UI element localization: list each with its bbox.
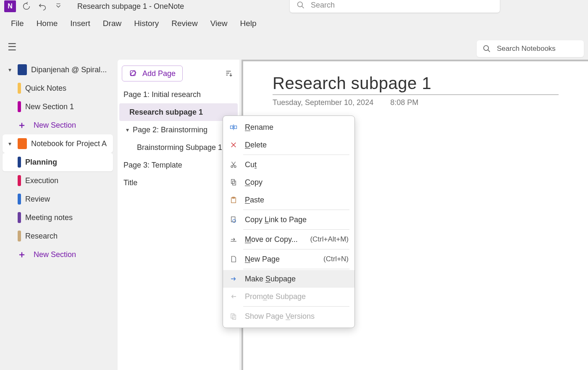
section-label: Planning — [25, 158, 110, 167]
svg-point-1 — [298, 2, 303, 7]
page-item[interactable]: ▾ Page 2: Brainstorming — [119, 121, 238, 139]
add-page-label: Add Page — [142, 69, 176, 78]
section-item-research[interactable]: Research — [3, 227, 113, 245]
page-item-label: Page 2: Brainstorming — [133, 126, 207, 134]
undo-button[interactable] — [37, 1, 48, 12]
cut-icon — [229, 160, 238, 169]
svg-rect-7 — [234, 126, 237, 129]
new-section-button[interactable]: ＋ New Section — [3, 245, 113, 264]
page-time[interactable]: 8:08 PM — [390, 98, 418, 107]
section-label: Review — [25, 195, 110, 204]
section-item-quick-notes[interactable]: Quick Notes — [3, 79, 113, 97]
ctx-label: Delete — [245, 141, 349, 150]
ctx-cut[interactable]: Cut — [223, 156, 354, 173]
section-item-new-section-1[interactable]: New Section 1 — [3, 97, 113, 116]
ctx-label: New Page — [245, 255, 317, 264]
section-color-bar — [18, 157, 21, 168]
svg-rect-6 — [231, 126, 233, 129]
page-title-area: Research subpage 1 Tuesday, September 10… — [243, 61, 588, 107]
ctx-label: Copy Link to Page — [245, 215, 349, 224]
section-item-execution[interactable]: Execution — [3, 171, 113, 190]
section-item-meeting-notes[interactable]: Meeting notes — [3, 208, 113, 227]
sort-icon — [224, 69, 233, 78]
title-underline — [273, 94, 559, 95]
menu-draw[interactable]: Draw — [103, 19, 121, 28]
menubar: File Home Insert Draw History Review Vie… — [0, 13, 588, 34]
ctx-copy[interactable]: Copy — [223, 173, 354, 191]
section-color-bar — [18, 231, 21, 241]
section-color-bar — [18, 101, 21, 112]
menu-view[interactable]: View — [210, 19, 228, 28]
new-section-label: New Section — [34, 250, 76, 259]
ctx-make-subpage[interactable]: Make Subpage — [223, 270, 354, 288]
chevron-down-icon: ▾ — [6, 140, 13, 147]
ctx-label: Rename — [245, 123, 349, 132]
new-page-icon — [229, 255, 238, 264]
svg-line-2 — [302, 6, 304, 8]
ctx-label: Copy — [245, 178, 349, 187]
menu-home[interactable]: Home — [37, 19, 58, 28]
section-item-planning[interactable]: Planning — [3, 153, 113, 171]
section-color-bar — [18, 212, 21, 223]
section-color-bar — [18, 194, 21, 205]
page-item-label: Brainstorming Subpage 1 — [137, 143, 222, 152]
ctx-separator — [243, 306, 349, 307]
menu-history[interactable]: History — [134, 19, 159, 28]
chevron-down-icon: ▾ — [123, 126, 131, 133]
ctx-label: Paste — [245, 196, 349, 205]
new-section-label: New Section — [34, 121, 76, 130]
notebook-icon — [18, 64, 27, 75]
ctx-separator — [243, 229, 349, 230]
section-label: New Section 1 — [25, 102, 110, 111]
notebook-label: Dipanjenah @ Spiral... — [31, 66, 110, 74]
page-item[interactable]: Page 3: Template — [119, 156, 238, 174]
ctx-new-page[interactable]: New Page (Ctrl+N) — [223, 250, 354, 268]
menu-help[interactable]: Help — [240, 19, 256, 28]
notebook-item-project-a[interactable]: ▾ Notebook for Project A — [3, 134, 113, 153]
new-section-button[interactable]: ＋ New Section — [3, 116, 113, 134]
titlebar: N Research subpage 1 - OneNote Search — [0, 0, 588, 13]
menu-review[interactable]: Review — [171, 19, 197, 28]
section-label: Meeting notes — [25, 213, 110, 222]
ctx-paste[interactable]: Paste — [223, 191, 354, 209]
paste-icon — [229, 195, 238, 205]
customize-qat-button[interactable] — [53, 1, 64, 12]
menu-file[interactable]: File — [11, 19, 24, 28]
page-item[interactable]: Title — [119, 174, 238, 192]
ctx-copy-link[interactable]: Copy Link to Page — [223, 211, 354, 228]
back-button[interactable] — [21, 1, 32, 12]
global-search-box[interactable]: Search — [290, 0, 500, 13]
ctx-separator — [243, 269, 349, 269]
page-title[interactable]: Research subpage 1 — [273, 74, 559, 93]
back-arrow-icon — [22, 2, 31, 11]
onenote-app-icon: N — [4, 0, 16, 12]
global-search-placeholder: Search — [311, 1, 335, 10]
rename-icon — [229, 123, 238, 132]
section-label: Research — [25, 232, 110, 241]
search-icon — [297, 1, 305, 9]
hamburger-button[interactable]: ☰ — [8, 41, 113, 53]
ctx-move-copy[interactable]: Move or Copy... (Ctrl+Alt+M) — [223, 231, 354, 248]
ctx-delete[interactable]: Delete — [223, 136, 354, 154]
ctx-rename[interactable]: Rename — [223, 118, 354, 136]
menu-insert[interactable]: Insert — [70, 19, 90, 28]
add-page-button[interactable]: Add Page — [122, 66, 183, 81]
ctx-separator — [243, 155, 349, 155]
page-item[interactable]: Brainstorming Subpage 1 — [119, 139, 238, 156]
section-label: Quick Notes — [25, 84, 110, 93]
page-date[interactable]: Tuesday, September 10, 2024 — [273, 98, 373, 107]
ctx-label: Show Page Versions — [245, 312, 349, 321]
svg-rect-16 — [233, 181, 236, 185]
page-item[interactable]: Page 1: Initial research — [119, 86, 238, 103]
page-item-selected[interactable]: Research subpage 1 — [119, 103, 238, 121]
ctx-label: Promote Subpage — [245, 292, 349, 301]
plus-icon: ＋ — [17, 120, 27, 130]
plus-icon: ＋ — [17, 249, 27, 260]
section-item-review[interactable]: Review — [3, 190, 113, 208]
ctx-show-versions: Show Page Versions — [223, 307, 354, 325]
ctx-shortcut: (Ctrl+N) — [323, 255, 349, 263]
notebook-item-personal[interactable]: ▾ Dipanjenah @ Spiral... — [3, 60, 113, 79]
sort-pages-button[interactable] — [222, 67, 235, 80]
arrow-right-icon — [229, 274, 238, 283]
arrow-left-icon — [229, 292, 238, 301]
